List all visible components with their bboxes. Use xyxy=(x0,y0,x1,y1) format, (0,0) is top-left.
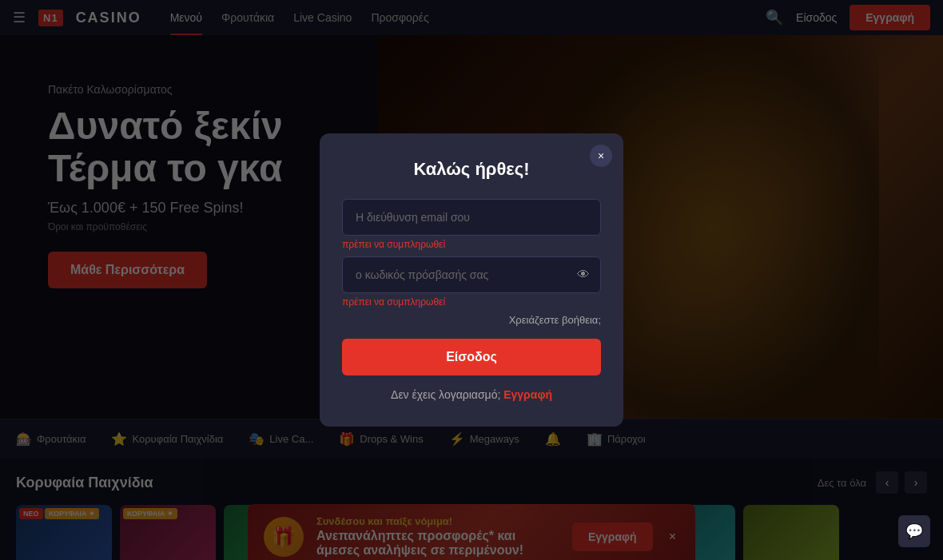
no-account-text: Δεν έχεις λογαριασμό; xyxy=(391,388,500,401)
register-link-container: Δεν έχεις λογαριασμό; Εγγραφή xyxy=(342,388,601,401)
modal-title: Καλώς ήρθες! xyxy=(342,159,601,180)
help-link[interactable]: Χρειάζεστε βοήθεια; xyxy=(342,314,601,326)
register-link[interactable]: Εγγραφή xyxy=(503,388,552,401)
password-input-group: 👁 πρέπει να συμπληρωθεί xyxy=(342,256,601,308)
email-error: πρέπει να συμπληρωθεί xyxy=(342,239,601,250)
password-error: πρέπει να συμπληρωθεί xyxy=(342,296,601,308)
login-modal: × Καλώς ήρθες! πρέπει να συμπληρωθεί 👁 π… xyxy=(320,133,623,427)
chat-button[interactable]: 💬 xyxy=(898,515,930,547)
eye-icon[interactable]: 👁 xyxy=(577,268,590,282)
modal-close-button[interactable]: × xyxy=(590,145,612,167)
modal-overlay[interactable]: × Καλώς ήρθες! πρέπει να συμπληρωθεί 👁 π… xyxy=(0,0,943,560)
email-input[interactable] xyxy=(342,199,601,236)
email-input-group: πρέπει να συμπληρωθεί xyxy=(342,199,601,250)
password-wrapper: 👁 xyxy=(342,256,601,293)
password-input[interactable] xyxy=(342,256,601,293)
login-submit-button[interactable]: Είσοδος xyxy=(342,339,601,375)
